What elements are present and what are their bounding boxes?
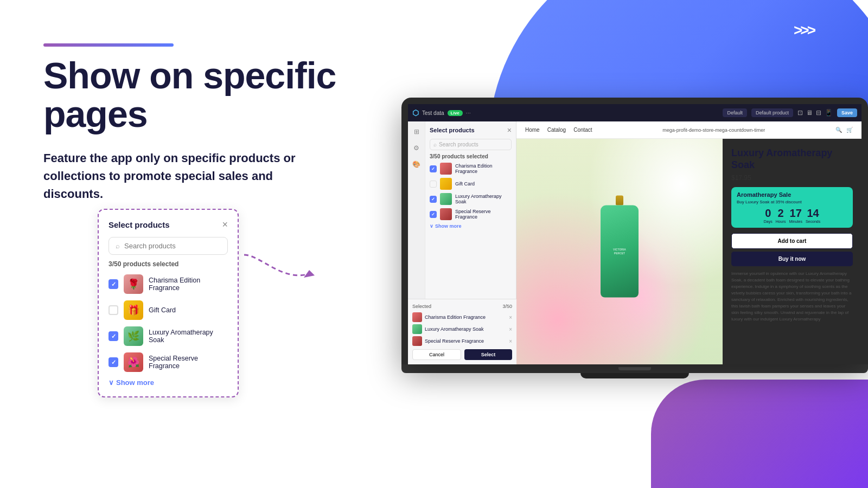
selected-name-3: Special Reserve Fragrance: [425, 338, 506, 344]
laptop-container: ⬡ Test data Live ··· Default Default pro…: [401, 98, 868, 378]
cancel-button[interactable]: Cancel: [412, 349, 461, 360]
desktop-icon[interactable]: 🖥: [806, 109, 813, 117]
product-checkbox-1[interactable]: [108, 279, 118, 289]
nav-contact[interactable]: Contact: [573, 127, 592, 133]
panel-search-placeholder: Search products: [439, 142, 478, 147]
svg-marker-0: [304, 270, 315, 278]
search-icon: ⌕: [116, 242, 120, 250]
search-icon-nav[interactable]: 🔍: [835, 127, 842, 133]
select-panel-area: Select products × ⌕ Search products 3/50…: [425, 121, 516, 299]
search-box[interactable]: ⌕: [108, 237, 228, 255]
panel-close-icon[interactable]: ×: [507, 126, 512, 134]
panel-thumb-3: [440, 193, 452, 205]
product-thumb-4: 🌺: [124, 352, 143, 372]
add-to-cart-button[interactable]: Add to cart: [731, 233, 853, 249]
topbar-right: Default Default product ⊡ 🖥 ⊟ 📱 Save: [723, 108, 857, 117]
default-product-button[interactable]: Default product: [751, 108, 793, 117]
panel-checkbox-4[interactable]: [430, 211, 437, 218]
product-description: Immerse yourself in opulence with our Lu…: [731, 271, 853, 323]
selected-label: Selected: [412, 304, 431, 309]
panel-title: Select products: [430, 127, 475, 133]
live-badge: Live: [448, 110, 463, 116]
laptop-stand: [580, 373, 689, 378]
remove-item-3-button[interactable]: ×: [509, 338, 512, 344]
panel-name-2: Gift Card: [455, 181, 475, 187]
panel-item-3[interactable]: Luxury Aromatherapy Soak: [430, 193, 512, 205]
product-image-area: VICTORIAPERCET: [516, 139, 723, 364]
product-name-3: Luxury Aromatherapy Soak: [149, 329, 228, 344]
selected-thumb-2: [412, 324, 422, 334]
modal-title: Select products: [108, 220, 170, 229]
tablet-icon[interactable]: ⊟: [816, 109, 821, 117]
remove-item-1-button[interactable]: ×: [509, 314, 512, 320]
nav-links: Home Catalog Contact: [525, 127, 592, 133]
shopify-logo: ⬡: [412, 108, 419, 117]
selected-item-2: Luxury Aromatherapy Soak ×: [412, 324, 512, 334]
product-thumb-2: 🎁: [124, 300, 143, 320]
mobile-icon[interactable]: 📱: [825, 109, 833, 117]
sale-title: Aromatherapy Sale: [737, 191, 847, 198]
triple-chevron-icon: >>>: [794, 22, 814, 39]
buy-now-button[interactable]: Buy it now: [731, 252, 853, 266]
panel-checkbox-2[interactable]: [430, 181, 437, 188]
panel-search-box[interactable]: ⌕ Search products: [430, 139, 512, 150]
panel-thumb-1: [440, 163, 452, 175]
selected-bar-header: Selected 3/50: [412, 304, 512, 309]
product-item[interactable]: 🌿 Luxury Aromatherapy Soak: [108, 326, 228, 346]
modal-close-button[interactable]: ×: [222, 220, 228, 229]
product-item[interactable]: 🌹 Charisma Edition Fragrance: [108, 274, 228, 294]
panel-name-3: Luxury Aromatherapy Soak: [455, 194, 512, 204]
selected-item-1: Charisma Edition Fragrance ×: [412, 312, 512, 322]
settings-icon[interactable]: ⚙: [411, 142, 423, 154]
chevron-down-icon-sm: ∨: [430, 223, 433, 229]
countdown-minutes: 17 Minutes: [789, 208, 802, 223]
selected-thumb-1: [412, 312, 422, 322]
panel-item-4[interactable]: Special Reserve Fragrance: [430, 208, 512, 220]
panel-checkbox-3[interactable]: [430, 196, 437, 203]
nav-catalog[interactable]: Catalog: [547, 127, 566, 133]
product-checkbox-2[interactable]: [108, 305, 118, 315]
paint-icon[interactable]: 🎨: [411, 158, 423, 170]
product-item[interactable]: 🌺 Special Reserve Fragrance: [108, 352, 228, 372]
nav-home[interactable]: Home: [525, 127, 540, 133]
select-button[interactable]: Select: [464, 349, 512, 360]
more-options-icon[interactable]: ···: [466, 110, 471, 116]
editor-left-panel: ⊞ ⚙ 🎨 Select products × ⌕ Se: [408, 121, 516, 364]
selected-name-1: Charisma Edition Fragrance: [425, 314, 506, 320]
product-thumb-1: 🌹: [124, 274, 143, 294]
sidebar-icons-col: ⊞ ⚙ 🎨: [408, 121, 425, 299]
panel-show-more[interactable]: ∨ Show more: [430, 223, 512, 229]
product-checkbox-4[interactable]: [108, 357, 118, 367]
main-title: Show on specific pages: [43, 56, 358, 134]
editor-left-top: ⊞ ⚙ 🎨 Select products × ⌕ Se: [408, 121, 516, 299]
product-name-1: Charisma Edition Fragrance: [149, 277, 228, 292]
resize-icon[interactable]: ⊡: [797, 109, 803, 117]
remove-item-2-button[interactable]: ×: [509, 326, 512, 332]
home-icon[interactable]: ⊞: [411, 126, 423, 138]
product-title: Luxury Aromatherapy Soak: [731, 147, 853, 171]
shop-url: mega-profit-demo-store-mega-countdown-ti…: [598, 127, 830, 133]
product-name-4: Special Reserve Fragrance: [149, 355, 228, 370]
panel-thumb-4: [440, 208, 452, 220]
product-detail: Luxury Aromatherapy Soak $17.95 Aromathe…: [723, 139, 861, 364]
laptop-base: [401, 364, 868, 373]
show-more-button[interactable]: ∨ Show more: [108, 378, 228, 387]
panel-item-2[interactable]: Gift Card: [430, 178, 512, 190]
show-more-label: Show more: [116, 378, 154, 387]
shop-content: VICTORIAPERCET Luxury Aromatherapy Soak …: [516, 139, 861, 364]
product-name-2: Gift Card: [149, 306, 176, 314]
shop-icons: 🔍 🛒: [835, 127, 853, 133]
product-checkbox-3[interactable]: [108, 331, 118, 341]
dotted-arrow: [239, 244, 315, 287]
product-select-modal: Select products × ⌕ 3/50 products select…: [98, 209, 239, 397]
cart-icon-nav[interactable]: 🛒: [846, 127, 853, 133]
panel-item-1[interactable]: Charisma Edition Fragrance: [430, 163, 512, 175]
products-count: 3/50 products selected: [108, 260, 228, 268]
product-item[interactable]: 🎁 Gift Card: [108, 300, 228, 320]
search-input[interactable]: [124, 242, 221, 250]
panel-checkbox-1[interactable]: [430, 165, 437, 172]
default-theme-button[interactable]: Default: [723, 108, 747, 117]
save-button[interactable]: Save: [837, 108, 857, 117]
selected-bar: Selected 3/50 Charisma Edition Fragrance…: [408, 299, 516, 364]
panel-name-1: Charisma Edition Fragrance: [455, 163, 512, 174]
